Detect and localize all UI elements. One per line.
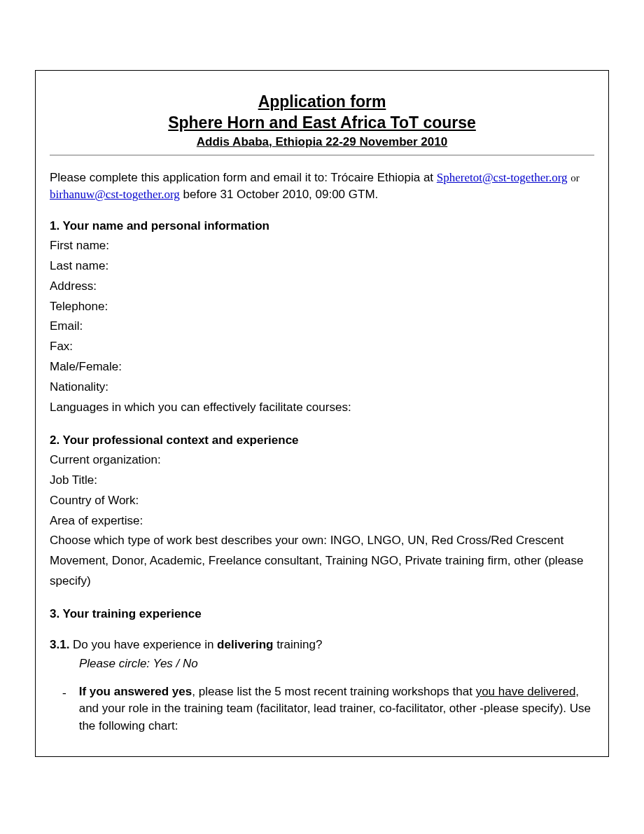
form-title-2: Sphere Horn and East Africa ToT course [50,113,594,134]
document-page: Application form Sphere Horn and East Af… [0,35,644,792]
q31-instruction: Please circle: Yes / No [79,657,594,671]
field-expertise: Area of expertise: [50,511,594,531]
bullet-if-yes: - If you answered yes, please list the 5… [50,683,594,735]
field-job-title: Job Title: [50,471,594,491]
intro-or: or [570,172,580,183]
field-last-name: Last name: [50,256,594,277]
email-link-2[interactable]: birhanuw@cst-together.org [50,188,180,201]
field-fax: Fax: [50,337,594,357]
bullet-dash-icon: - [62,683,66,735]
intro-post: before 31 October 2010, 09:00 GTM. [183,188,379,201]
q31-prefix: 3.1. [50,638,69,651]
bullet-underline: you have delivered, [476,685,579,698]
field-gender: Male/Female: [50,357,594,377]
intro-pre: Please complete this application form an… [50,171,437,184]
field-telephone: Telephone: [50,297,594,317]
question-3-1: 3.1. Do you have experience in deliverin… [50,637,594,654]
q31-mid2: training? [273,638,322,651]
section-3-title: 3. Your training experience [50,607,594,621]
section-1-title: 1. Your name and personal information [50,219,594,233]
form-title-1: Application form [50,92,594,113]
form-subtitle: Addis Ababa, Ethiopia 22-29 November 201… [50,134,594,151]
q31-bold: delivering [217,638,273,651]
q31-mid1: Do you have experience in [69,638,217,651]
bullet-mid2: and your role in the training team (faci… [79,702,591,732]
field-worktype: Choose which type of work best describes… [50,531,594,592]
form-border: Application form Sphere Horn and East Af… [35,70,609,757]
field-address: Address: [50,277,594,297]
field-first-name: First name: [50,236,594,256]
field-organization: Current organization: [50,450,594,471]
bullet-bold: If you answered yes [79,685,192,698]
bullet-text: If you answered yes, please list the 5 m… [79,683,594,735]
field-nationality: Nationality: [50,377,594,398]
intro-paragraph: Please complete this application form an… [50,169,594,204]
bullet-mid1: , please list the 5 most recent training… [192,685,475,698]
email-link-1[interactable]: Spheretot@cst-together.org [437,171,568,184]
header-divider [50,155,594,155]
field-languages: Languages in which you can effectively f… [50,398,594,418]
section-2-title: 2. Your professional context and experie… [50,433,594,447]
form-header: Application form Sphere Horn and East Af… [50,92,594,151]
field-country-work: Country of Work: [50,491,594,511]
field-email: Email: [50,317,594,337]
